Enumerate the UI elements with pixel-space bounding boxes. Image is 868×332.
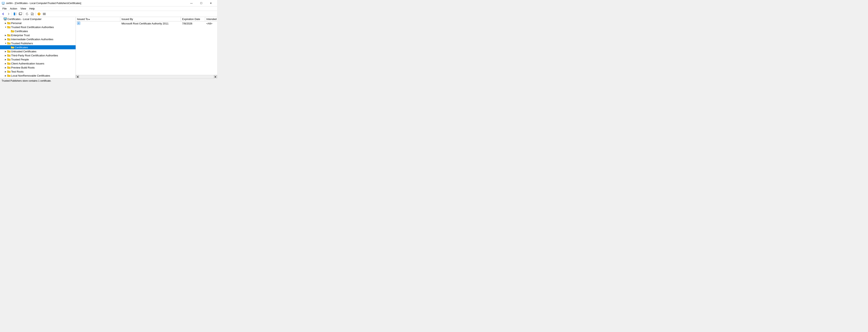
tree-label-intermediate: Intermediate Certification Authorities: [11, 38, 53, 41]
h-scrollbar[interactable]: ◀ ▶: [76, 75, 217, 78]
minimize-button[interactable]: —: [187, 0, 196, 6]
list-row[interactable]: Microsoft Root Certificate Authority 201…: [76, 22, 217, 26]
tree-label-untrusted: Untrusted Certificates: [11, 50, 36, 53]
svg-rect-37: [7, 39, 10, 40]
h-scroll-track: [79, 75, 214, 78]
menu-file[interactable]: File: [1, 7, 8, 10]
svg-rect-42: [11, 46, 12, 47]
tree-item-local-non-removable[interactable]: ▶ Local NonRemovable Certificates: [0, 73, 75, 77]
tree-expander-personal[interactable]: ▶: [4, 22, 7, 25]
tree-item-root[interactable]: Certificates - Local Computer: [0, 17, 75, 21]
svg-rect-1: [2, 4, 4, 4]
tree-item-client-auth[interactable]: ▶ Client Authentication Issuers: [0, 61, 75, 65]
svg-rect-57: [7, 66, 8, 67]
menu-view[interactable]: View: [19, 7, 28, 10]
svg-rect-48: [7, 54, 8, 55]
main-area: Certificates - Local Computer▶ Personal▼…: [0, 17, 217, 78]
h-scroll-right[interactable]: ▶: [214, 75, 217, 78]
svg-rect-36: [7, 38, 8, 39]
tree-expander-local-non-removable[interactable]: ▶: [4, 74, 7, 77]
tree-expander-trusted-people[interactable]: ▶: [4, 58, 7, 61]
tree-item-trusted-root[interactable]: ▼ Trusted Root Certification Authorities: [0, 25, 75, 29]
tree-expander-trusted-publishers[interactable]: ▼: [4, 42, 7, 45]
tree-label-personal: Personal: [11, 22, 22, 25]
cell-issued-by: Microsoft Root Certificate Authority 201…: [120, 22, 181, 26]
list-header: Issued To Issued By Expiration Date Inte…: [76, 17, 217, 22]
svg-rect-40: [7, 43, 10, 44]
close-button[interactable]: ✕: [206, 0, 216, 6]
tree-label-remote-desktop: Remote Desktop: [11, 78, 31, 78]
back-button[interactable]: [1, 11, 6, 16]
svg-rect-10: [31, 14, 34, 15]
tree-item-third-party[interactable]: ▶ Third-Party Root Certification Authori…: [0, 53, 75, 57]
svg-rect-21: [4, 20, 6, 20]
cell-expiration: 7/8/2026: [181, 22, 205, 26]
tree-label-enterprise-trust: Enterprise Trust: [11, 34, 30, 37]
tree-label-trusted-people: Trusted People: [11, 58, 29, 61]
new-window-button[interactable]: [18, 11, 23, 16]
export-button[interactable]: [30, 11, 35, 16]
tree-expander-test-roots[interactable]: ▶: [4, 70, 7, 73]
svg-rect-11: [31, 13, 33, 14]
svg-rect-34: [7, 35, 10, 36]
folder-icon: [7, 70, 10, 73]
col-header-purposes[interactable]: Intended Purposes: [205, 17, 217, 21]
folder-icon: [7, 22, 10, 25]
svg-marker-9: [27, 12, 28, 14]
folder-icon: [7, 42, 10, 45]
svg-rect-27: [7, 26, 8, 27]
tree-item-personal[interactable]: ▶ Personal: [0, 21, 75, 25]
tree-item-remote-desktop[interactable]: ▶ Remote Desktop: [0, 77, 75, 78]
maximize-button[interactable]: ☐: [196, 0, 206, 6]
app-icon: [2, 2, 5, 5]
tree-expander-third-party[interactable]: ▶: [4, 54, 7, 57]
svg-rect-49: [7, 55, 10, 56]
cell-purposes: <All>: [205, 22, 217, 26]
menu-help[interactable]: Help: [28, 7, 36, 10]
svg-rect-16: [43, 13, 46, 13]
tree-item-test-roots[interactable]: ▶ Test Roots: [0, 69, 75, 73]
tree-panel[interactable]: Certificates - Local Computer▶ Personal▼…: [0, 17, 76, 78]
col-header-issued-by[interactable]: Issued By: [120, 17, 181, 21]
refresh-button[interactable]: [25, 11, 30, 16]
title-bar-text: certlm - [Certificates - Local Computer\…: [6, 2, 81, 5]
svg-rect-2: [2, 4, 4, 5]
col-header-issued-to[interactable]: Issued To: [76, 17, 120, 21]
tree-label-trusted-root: Trusted Root Certification Authorities: [11, 26, 54, 29]
tree-item-trusted-publishers-certs[interactable]: Certificates: [0, 45, 75, 49]
help-button[interactable]: ?: [37, 11, 41, 16]
h-scroll-left[interactable]: ◀: [76, 75, 79, 78]
tree-item-enterprise-trust[interactable]: ▶ Enterprise Trust: [0, 33, 75, 37]
tree-item-untrusted[interactable]: ▶ Untrusted Certificates: [0, 49, 75, 53]
toolbar: ?: [0, 11, 217, 17]
svg-rect-17: [43, 14, 46, 14]
list-content[interactable]: Microsoft Root Certificate Authority 201…: [76, 22, 217, 75]
tree-expander-client-auth[interactable]: ▶: [4, 62, 7, 65]
tree-expander-trusted-publishers-certs: [8, 46, 11, 49]
tree-expander-trusted-root[interactable]: ▼: [4, 26, 7, 29]
properties-button[interactable]: [42, 11, 47, 16]
svg-rect-6: [15, 12, 17, 15]
svg-rect-43: [11, 47, 14, 48]
svg-rect-22: [4, 20, 6, 21]
svg-rect-33: [7, 34, 8, 35]
status-text: Trusted Publishers store contains 1 cert…: [2, 79, 51, 82]
menu-action[interactable]: Action: [8, 7, 19, 10]
tree-expander-enterprise-trust[interactable]: ▶: [4, 34, 7, 37]
tree-expander-untrusted[interactable]: ▶: [4, 50, 7, 53]
tree-item-intermediate[interactable]: ▶ Intermediate Certification Authorities: [0, 37, 75, 41]
tree-item-trusted-root-certs[interactable]: Certificates: [0, 29, 75, 33]
tree-item-trusted-publishers[interactable]: ▼ Trusted Publishers: [0, 41, 75, 45]
tree-item-preview-build[interactable]: ▶ Preview Build Roots: [0, 65, 75, 69]
col-header-expiration[interactable]: Expiration Date: [181, 17, 205, 21]
tree-expander-preview-build[interactable]: ▶: [4, 66, 7, 69]
tree-item-trusted-people[interactable]: ▶ Trusted People: [0, 57, 75, 61]
tree-expander-intermediate[interactable]: ▶: [4, 38, 7, 41]
show-hide-console-button[interactable]: [13, 11, 18, 16]
svg-rect-52: [7, 59, 10, 60]
forward-button[interactable]: [6, 11, 11, 16]
svg-rect-46: [7, 51, 10, 52]
folder-icon: [7, 66, 10, 69]
cert-icon: [77, 22, 80, 26]
svg-text:?: ?: [38, 13, 40, 15]
